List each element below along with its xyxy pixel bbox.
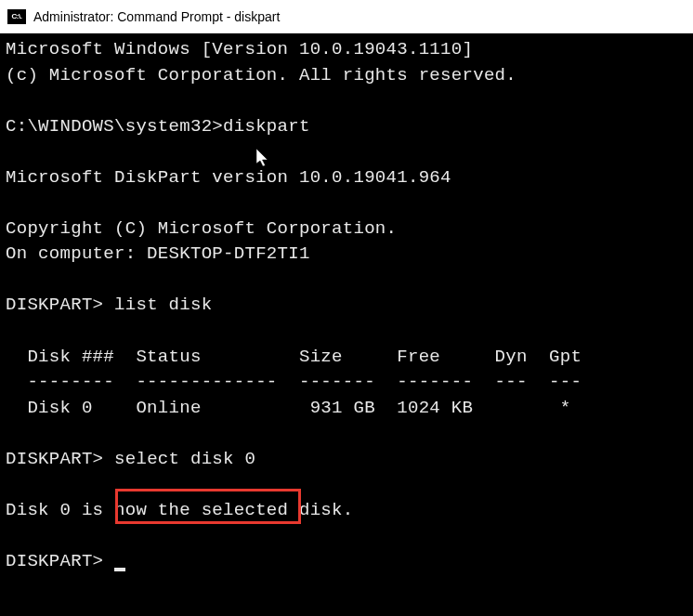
blank-line bbox=[6, 523, 687, 549]
command-prompt-window: C:\. Administrator: Command Prompt - dis… bbox=[0, 0, 693, 616]
blank-line bbox=[6, 268, 687, 294]
diskpart-copyright: Copyright (C) Microsoft Corporation. bbox=[6, 216, 687, 242]
diskpart-prompt: DISKPART> bbox=[6, 551, 114, 571]
command-selectdisk: select disk 0 bbox=[114, 449, 255, 469]
terminal-area[interactable]: Microsoft Windows [Version 10.0.19043.11… bbox=[0, 33, 693, 616]
command-diskpart: diskpart bbox=[223, 116, 310, 137]
prompt-listdisk: DISKPART> list disk bbox=[6, 293, 687, 319]
blank-line bbox=[6, 472, 687, 498]
titlebar[interactable]: C:\. Administrator: Command Prompt - dis… bbox=[0, 0, 693, 33]
text-cursor bbox=[114, 568, 125, 571]
highlight-annotation bbox=[115, 489, 301, 524]
blank-line bbox=[6, 190, 687, 216]
blank-line bbox=[6, 88, 687, 114]
prompt-current: DISKPART> bbox=[6, 549, 687, 575]
diskpart-prompt: DISKPART> bbox=[6, 449, 114, 469]
copyright-line: (c) Microsoft Corporation. All rights re… bbox=[6, 63, 687, 89]
cmd-icon: C:\. bbox=[7, 9, 26, 24]
disk-table-row: Disk 0 Online 931 GB 1024 KB * bbox=[6, 396, 687, 422]
prompt-diskpart: C:\WINDOWS\system32>diskpart bbox=[6, 114, 687, 140]
windows-version-line: Microsoft Windows [Version 10.0.19043.11… bbox=[6, 37, 687, 63]
diskpart-prompt: DISKPART> bbox=[6, 295, 114, 315]
command-listdisk: list disk bbox=[114, 295, 212, 315]
computer-name: On computer: DESKTOP-DTF2TI1 bbox=[6, 242, 687, 268]
blank-line bbox=[6, 421, 687, 447]
disk-table-divider: -------- ------------- ------- ------- -… bbox=[6, 370, 687, 396]
blank-line bbox=[6, 139, 687, 165]
diskpart-version: Microsoft DiskPart version 10.0.19041.96… bbox=[6, 165, 687, 191]
window-title: Administrator: Command Prompt - diskpart bbox=[33, 9, 280, 24]
prompt-path: C:\WINDOWS\system32> bbox=[6, 116, 223, 137]
prompt-selectdisk: DISKPART> select disk 0 bbox=[6, 447, 687, 473]
blank-line bbox=[6, 319, 687, 345]
selected-message: Disk 0 is now the selected disk. bbox=[6, 498, 687, 524]
disk-table-header: Disk ### Status Size Free Dyn Gpt bbox=[6, 345, 687, 371]
